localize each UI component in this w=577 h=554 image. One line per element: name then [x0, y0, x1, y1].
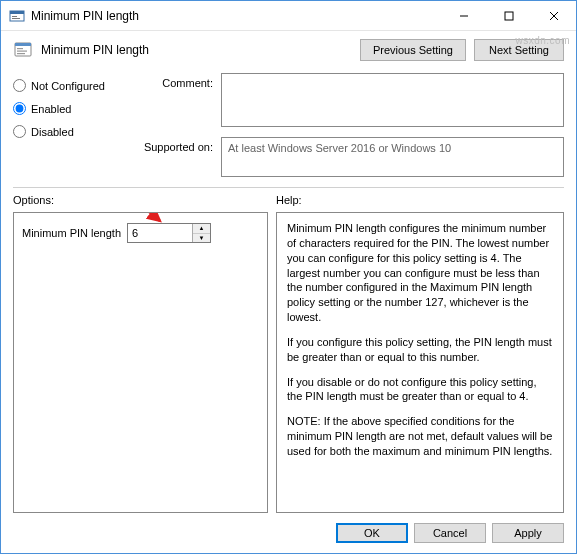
radio-enabled-label: Enabled — [31, 103, 71, 115]
supported-on-text: At least Windows Server 2016 or Windows … — [228, 142, 451, 154]
options-label: Options: — [13, 192, 268, 212]
options-body: Minimum PIN length ▲ ▼ — [13, 212, 268, 513]
radio-enabled-input[interactable] — [13, 102, 26, 115]
pin-length-input[interactable] — [128, 224, 192, 242]
ok-button[interactable]: OK — [336, 523, 408, 543]
supported-on-box: At least Windows Server 2016 or Windows … — [221, 137, 564, 177]
svg-rect-10 — [17, 48, 23, 49]
help-label: Help: — [276, 192, 564, 212]
help-text-1: Minimum PIN length configures the minimu… — [287, 221, 553, 325]
watermark: wsxdn.com — [515, 35, 570, 46]
pin-length-row: Minimum PIN length ▲ ▼ — [22, 223, 259, 243]
help-panel: Help: Minimum PIN length configures the … — [276, 192, 564, 513]
comment-textarea[interactable] — [221, 73, 564, 127]
pin-length-label: Minimum PIN length — [22, 227, 121, 239]
comment-label: Comment: — [133, 73, 213, 127]
lower-panels: Options: Minimum PIN length ▲ ▼ — [1, 192, 576, 513]
svg-rect-1 — [10, 11, 24, 14]
previous-setting-button[interactable]: Previous Setting — [360, 39, 466, 61]
options-panel: Options: Minimum PIN length ▲ ▼ — [13, 192, 268, 513]
pin-length-spinner[interactable]: ▲ ▼ — [127, 223, 211, 243]
svg-rect-5 — [505, 12, 513, 20]
radio-not-configured[interactable]: Not Configured — [13, 79, 123, 92]
cancel-button[interactable]: Cancel — [414, 523, 486, 543]
radio-enabled[interactable]: Enabled — [13, 102, 123, 115]
minimize-button[interactable] — [441, 1, 486, 30]
supported-row: Supported on: At least Windows Server 20… — [133, 137, 564, 177]
window-title: Minimum PIN length — [31, 9, 441, 23]
radio-not-configured-label: Not Configured — [31, 80, 105, 92]
config-area: Not Configured Enabled Disabled Comment:… — [1, 69, 576, 185]
svg-rect-9 — [15, 43, 31, 46]
policy-icon — [13, 40, 33, 60]
svg-rect-12 — [17, 53, 25, 54]
help-text-4: NOTE: If the above specified conditions … — [287, 414, 553, 459]
divider — [13, 187, 564, 188]
supported-label: Supported on: — [133, 137, 213, 177]
svg-rect-2 — [12, 16, 17, 17]
radio-not-configured-input[interactable] — [13, 79, 26, 92]
spinner-up[interactable]: ▲ — [193, 224, 210, 234]
state-radio-group: Not Configured Enabled Disabled — [13, 73, 123, 177]
close-button[interactable] — [531, 1, 576, 30]
policy-title: Minimum PIN length — [41, 43, 352, 57]
comment-row: Comment: — [133, 73, 564, 127]
spinner-buttons: ▲ ▼ — [192, 224, 210, 242]
svg-line-13 — [123, 212, 160, 221]
window-controls — [441, 1, 576, 30]
help-text-3: If you disable or do not configure this … — [287, 375, 553, 405]
fields-col: Comment: Supported on: At least Windows … — [133, 73, 564, 177]
svg-rect-3 — [12, 18, 20, 19]
maximize-button[interactable] — [486, 1, 531, 30]
app-icon — [9, 8, 25, 24]
radio-disabled-input[interactable] — [13, 125, 26, 138]
help-text-2: If you configure this policy setting, th… — [287, 335, 553, 365]
titlebar: Minimum PIN length — [1, 1, 576, 31]
dialog-footer: OK Cancel Apply — [1, 513, 576, 553]
policy-dialog: Minimum PIN length wsxdn.com Minimu — [0, 0, 577, 554]
help-body[interactable]: Minimum PIN length configures the minimu… — [276, 212, 564, 513]
svg-rect-11 — [17, 51, 27, 52]
apply-button[interactable]: Apply — [492, 523, 564, 543]
radio-disabled[interactable]: Disabled — [13, 125, 123, 138]
spinner-down[interactable]: ▼ — [193, 234, 210, 243]
header-row: Minimum PIN length Previous Setting Next… — [1, 31, 576, 69]
radio-disabled-label: Disabled — [31, 126, 74, 138]
